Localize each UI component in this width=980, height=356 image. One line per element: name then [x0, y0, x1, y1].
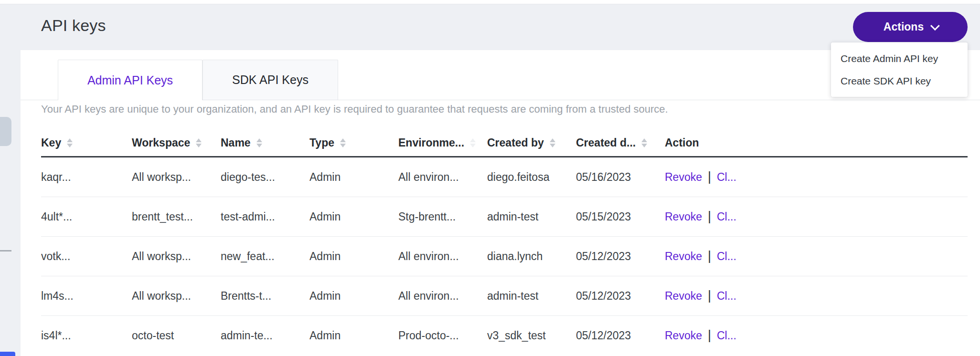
cell-name: diego-tes... — [221, 171, 309, 184]
action-separator: | — [708, 328, 711, 343]
actions-dropdown-menu: Create Admin API key Create SDK API key — [831, 42, 968, 97]
cell-type: Admin — [309, 329, 398, 342]
clone-link[interactable]: Cl... — [717, 171, 736, 184]
cell-action: Revoke | Cl... — [665, 209, 968, 224]
cell-name: Brentts-t... — [221, 290, 309, 303]
cell-workspace: All worksp... — [132, 290, 221, 303]
column-header-created-by[interactable]: Created by — [487, 136, 576, 149]
cell-action: Revoke | Cl... — [665, 249, 968, 264]
table-header-row: Key Workspace Name Type Environme... Cre… — [41, 130, 968, 157]
api-keys-table: Key Workspace Name Type Environme... Cre… — [41, 130, 968, 356]
clone-link[interactable]: Cl... — [717, 210, 736, 223]
column-header-workspace[interactable]: Workspace — [132, 136, 221, 149]
tab-sdk-api-keys-label: SDK API Keys — [232, 73, 309, 87]
cell-key: votk... — [41, 250, 132, 263]
revoke-link[interactable]: Revoke — [665, 171, 702, 184]
cell-action: Revoke | Cl... — [665, 289, 968, 304]
clone-link[interactable]: Cl... — [717, 290, 736, 303]
sort-icon[interactable] — [256, 138, 262, 147]
revoke-link[interactable]: Revoke — [665, 329, 702, 342]
cell-action: Revoke | Cl... — [665, 328, 968, 343]
cell-key: kaqr... — [41, 171, 132, 184]
tab-admin-api-keys[interactable]: Admin API Keys — [58, 60, 202, 100]
cell-environment: All environ... — [398, 290, 487, 303]
table-row: is4l*... octo-test admin-te... Admin Pro… — [41, 316, 968, 356]
cell-created-by: admin-test — [487, 290, 576, 303]
sort-icon[interactable] — [470, 138, 476, 147]
cell-type: Admin — [309, 250, 398, 263]
action-separator: | — [708, 170, 711, 184]
sort-icon[interactable] — [550, 138, 555, 147]
action-separator: | — [708, 289, 711, 303]
menu-item-create-sdk-api-key[interactable]: Create SDK API key — [831, 70, 968, 92]
cell-workspace: octo-test — [132, 329, 221, 342]
chevron-down-icon — [930, 21, 940, 31]
cell-created-by: admin-test — [487, 210, 576, 223]
cell-created-by: diego.feitosa — [487, 171, 576, 184]
column-header-type[interactable]: Type — [309, 136, 398, 149]
table-row: votk... All worksp... new_feat... Admin … — [41, 237, 968, 276]
revoke-link[interactable]: Revoke — [665, 250, 702, 263]
cell-created-by: v3_sdk_test — [487, 329, 576, 342]
sort-icon[interactable] — [340, 138, 346, 147]
cell-created-date: 05/12/2023 — [576, 290, 665, 303]
cell-action: Revoke | Cl... — [665, 170, 968, 185]
action-separator: | — [708, 209, 711, 224]
cell-workspace: brentt_test... — [132, 210, 221, 223]
clone-link[interactable]: Cl... — [717, 250, 736, 263]
column-header-created-date[interactable]: Created d... — [576, 136, 665, 149]
column-header-name[interactable]: Name — [221, 136, 309, 149]
column-header-key[interactable]: Key — [41, 136, 132, 149]
cell-created-date: 05/12/2023 — [576, 250, 665, 263]
sort-icon[interactable] — [196, 138, 202, 147]
left-edge-divider — [0, 250, 11, 251]
sort-icon[interactable] — [641, 138, 647, 147]
cell-created-date: 05/15/2023 — [576, 210, 665, 223]
cell-key: lm4s... — [41, 290, 132, 303]
cell-name: new_feat... — [221, 250, 309, 263]
actions-button-label: Actions — [884, 21, 924, 33]
cell-type: Admin — [309, 210, 398, 223]
cell-environment: Stg-brentt... — [398, 210, 487, 223]
column-header-environment[interactable]: Environme... — [398, 136, 487, 149]
table-row: lm4s... All worksp... Brentts-t... Admin… — [41, 276, 968, 316]
cell-type: Admin — [309, 290, 398, 303]
column-header-action: Action — [665, 136, 968, 149]
cell-name: admin-te... — [221, 329, 309, 342]
cell-key: 4ult*... — [41, 210, 132, 223]
left-scrollbar-thumb[interactable] — [0, 117, 11, 146]
revoke-link[interactable]: Revoke — [665, 210, 702, 223]
bottom-left-blue-fragment — [0, 352, 15, 356]
page-description: Your API keys are unique to your organiz… — [41, 103, 968, 115]
tab-sdk-api-keys[interactable]: SDK API Keys — [202, 60, 338, 100]
tab-admin-api-keys-label: Admin API Keys — [87, 73, 173, 87]
clone-link[interactable]: Cl... — [717, 329, 736, 342]
page-title: API keys — [41, 16, 106, 35]
cell-type: Admin — [309, 171, 398, 184]
cell-created-by: diana.lynch — [487, 250, 576, 263]
table-row: kaqr... All worksp... diego-tes... Admin… — [41, 157, 968, 197]
cell-environment: All environ... — [398, 250, 487, 263]
action-separator: | — [708, 249, 711, 263]
cell-created-date: 05/12/2023 — [576, 329, 665, 342]
cell-environment: All environ... — [398, 171, 487, 184]
actions-button[interactable]: Actions — [853, 12, 968, 42]
menu-item-create-admin-api-key[interactable]: Create Admin API key — [831, 47, 968, 70]
table-row: 4ult*... brentt_test... test-admi... Adm… — [41, 197, 968, 237]
revoke-link[interactable]: Revoke — [665, 290, 702, 303]
cell-created-date: 05/16/2023 — [576, 171, 665, 184]
sort-icon[interactable] — [67, 138, 73, 147]
cell-workspace: All worksp... — [132, 171, 221, 184]
cell-environment: Prod-octo-... — [398, 329, 487, 342]
cell-workspace: All worksp... — [132, 250, 221, 263]
top-strip — [0, 0, 980, 4]
cell-name: test-admi... — [221, 210, 309, 223]
cell-key: is4l*... — [41, 329, 132, 342]
